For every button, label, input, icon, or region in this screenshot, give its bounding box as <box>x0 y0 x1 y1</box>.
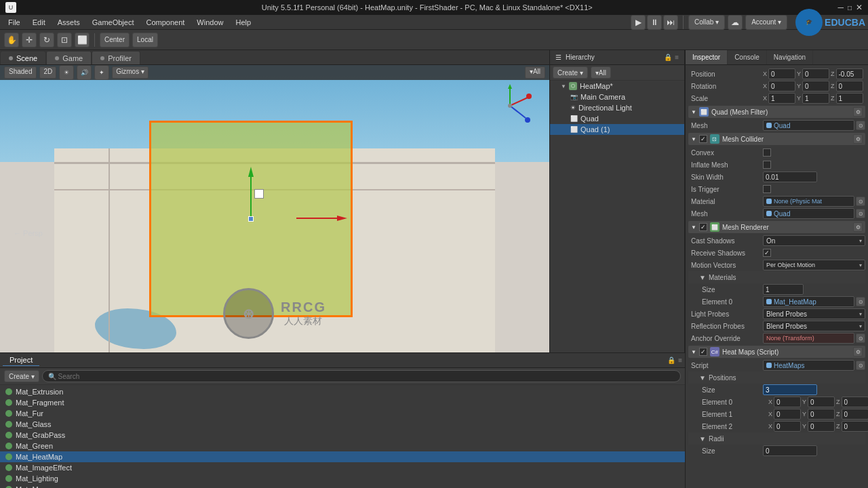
project-tab[interactable]: Project <box>3 354 39 366</box>
settings-btn[interactable]: ⚙ <box>853 222 863 232</box>
inspector-tab[interactable]: Inspector <box>686 50 728 64</box>
positions-header[interactable]: ▼ Positions <box>688 371 865 384</box>
heat-maps-enabled[interactable] <box>699 348 707 356</box>
asset-mat-fur[interactable]: Mat_Fur <box>0 408 685 419</box>
light-probes-dropdown[interactable]: Blend Probes ▾ <box>763 308 865 319</box>
rotate-tool[interactable]: ↻ <box>39 33 54 47</box>
pos-e1-x[interactable] <box>774 409 801 420</box>
collider-material-field[interactable]: None (Physic Mat <box>763 196 854 207</box>
pos-e1-y[interactable] <box>808 409 835 420</box>
profiler-tab[interactable]: Profiler <box>92 51 140 64</box>
account-button[interactable]: Account ▾ <box>745 15 787 30</box>
asset-mat-imageeffect[interactable]: Mat_ImageEffect <box>0 462 685 473</box>
game-tab[interactable]: Game <box>46 51 92 64</box>
element0-field[interactable]: Mat_HeatMap <box>763 296 854 307</box>
viewport[interactable]: Shaded 2D ☀ 🔊 ✦ Gizmos ▾ ▾ <box>0 65 549 352</box>
move-tool[interactable]: ✛ <box>22 33 37 47</box>
script-select-btn[interactable]: ⊙ <box>856 361 865 370</box>
asset-mat-lighting[interactable]: Mat_Lighting <box>0 473 685 484</box>
menu-window[interactable]: Window <box>191 17 229 28</box>
play-button[interactable]: ▶ <box>631 15 646 30</box>
mesh-collider-header[interactable]: ▼ ⊡ Mesh Collider ⚙ <box>688 133 865 145</box>
position-x-input[interactable] <box>768 68 795 79</box>
collab-button[interactable]: Collab ▾ <box>688 15 725 30</box>
collider-mesh-field[interactable]: Quad <box>763 208 854 219</box>
lighting-btn[interactable]: ☀ <box>59 65 74 80</box>
script-field[interactable]: HeatMaps <box>763 360 854 371</box>
hierarchy-item-directionallight[interactable]: ☀ Directional Light <box>550 102 684 113</box>
2d-toggle[interactable]: 2D <box>39 66 56 79</box>
menu-edit[interactable]: Edit <box>27 17 51 28</box>
gizmos-dropdown[interactable]: Gizmos ▾ <box>112 66 149 79</box>
quad-mesh-filter-header[interactable]: ▼ ⬜ Quad (Mesh Filter) ⚙ <box>688 106 865 118</box>
asset-mat-fragment[interactable]: Mat_Fragment <box>0 397 685 408</box>
anchor-select-btn[interactable]: ⊙ <box>856 333 865 343</box>
hierarchy-create-btn[interactable]: Create ▾ <box>553 66 588 79</box>
anchor-override-field[interactable]: None (Transform) <box>763 333 854 344</box>
hierarchy-item-heatmap[interactable]: ▼ ⬡ HeatMap* <box>550 81 684 92</box>
position-z-input[interactable] <box>836 68 863 79</box>
hierarchy-menu[interactable]: ≡ <box>675 54 679 61</box>
scale-z-input[interactable] <box>836 93 863 104</box>
hierarchy-all-btn[interactable]: ▾All <box>591 66 611 79</box>
project-search-input[interactable] <box>42 370 681 382</box>
asset-mat-heatmap[interactable]: Mat_HeatMap <box>0 451 685 462</box>
radii-size-input[interactable] <box>763 445 817 456</box>
all-dropdown[interactable]: ▾All <box>525 66 545 79</box>
navigation-tab[interactable]: Navigation <box>767 50 813 64</box>
pos-e2-x[interactable] <box>774 421 801 432</box>
pause-button[interactable]: ⏸ <box>647 15 662 30</box>
materials-size-input[interactable] <box>763 284 804 295</box>
menu-component[interactable]: Component <box>140 17 190 28</box>
pos-e0-x[interactable] <box>774 396 801 407</box>
pos-e2-z[interactable] <box>842 421 868 432</box>
asset-mat-map[interactable]: Mat_Map <box>0 484 685 488</box>
mesh-select-btn[interactable]: ⊙ <box>856 121 865 130</box>
scene-tab[interactable]: Scene <box>0 51 46 64</box>
menu-gameobject[interactable]: GameObject <box>87 17 140 28</box>
pos-e1-z[interactable] <box>842 409 868 420</box>
asset-mat-glass[interactable]: Mat_Glass <box>0 419 685 430</box>
radii-header[interactable]: ▼ Radii <box>688 432 865 445</box>
elem-select-btn[interactable]: ⊙ <box>856 297 865 306</box>
scale-y-input[interactable] <box>802 93 829 104</box>
mesh-renderer-enabled[interactable] <box>699 223 707 231</box>
collider-mesh-select-btn[interactable]: ⊙ <box>856 209 865 218</box>
mesh-collider-enabled[interactable] <box>699 135 707 143</box>
shading-dropdown[interactable]: Shaded <box>4 66 37 79</box>
pivot-center-button[interactable]: Center <box>100 33 130 47</box>
menu-assets[interactable]: Assets <box>52 17 85 28</box>
space-local-button[interactable]: Local <box>132 33 158 47</box>
project-create-btn[interactable]: Create ▾ <box>4 370 39 382</box>
asset-mat-extrusion[interactable]: Mat_Extrusion <box>0 386 685 397</box>
hierarchy-item-maincamera[interactable]: 📷 Main Camera <box>550 92 684 102</box>
mat-select-btn[interactable]: ⊙ <box>856 197 865 206</box>
is-trigger-checkbox[interactable] <box>763 185 771 193</box>
menu-help[interactable]: Help <box>230 17 256 28</box>
mesh-renderer-header[interactable]: ▼ ⬜ Mesh Renderer ⚙ <box>688 221 865 233</box>
pos-e0-y[interactable] <box>808 396 835 407</box>
heat-maps-script-header[interactable]: ▼ C# Heat Maps (Script) ⚙ <box>688 346 865 358</box>
pos-e2-y[interactable] <box>808 421 835 432</box>
receive-shadows-checkbox[interactable] <box>763 249 771 257</box>
motion-vectors-dropdown[interactable]: Per Object Motion ▾ <box>763 260 865 270</box>
cloud-button[interactable]: ☁ <box>728 15 743 30</box>
position-y-input[interactable] <box>802 68 829 79</box>
rotation-z-input[interactable] <box>836 81 863 92</box>
convex-checkbox[interactable] <box>763 148 771 157</box>
hierarchy-item-quad1[interactable]: ⬜ Quad (1) <box>550 124 684 135</box>
effects-btn[interactable]: ✦ <box>94 65 109 80</box>
settings-btn[interactable]: ⚙ <box>853 134 863 144</box>
scale-tool[interactable]: ⊡ <box>57 33 72 47</box>
console-tab[interactable]: Console <box>728 50 767 64</box>
asset-mat-green[interactable]: Mat_Green <box>0 441 685 451</box>
mesh-filter-mesh-field[interactable]: Quad <box>763 120 854 131</box>
rotation-y-input[interactable] <box>802 81 829 92</box>
settings-btn[interactable]: ⚙ <box>853 107 863 117</box>
hierarchy-lock[interactable]: 🔒 <box>664 54 672 61</box>
hand-tool[interactable]: ✋ <box>4 33 19 47</box>
menu-file[interactable]: File <box>3 17 26 28</box>
project-menu[interactable]: ≡ <box>678 357 682 364</box>
audio-btn[interactable]: 🔊 <box>77 65 92 80</box>
step-button[interactable]: ⏭ <box>663 15 678 30</box>
